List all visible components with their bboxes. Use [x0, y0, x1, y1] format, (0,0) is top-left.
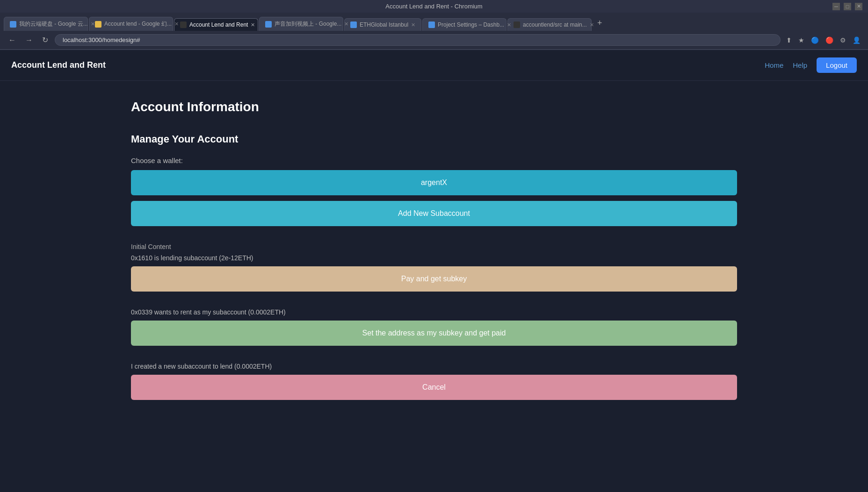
created-subaccount-text: I created a new subaccount to lend (0.00…: [131, 363, 737, 370]
tab-1-label: 我的云端硬盘 - Google 云...: [19, 20, 88, 28]
initial-content-section: Initial Content 0x1610 is lending subacc…: [131, 243, 737, 297]
tab-6-close[interactable]: ✕: [507, 22, 511, 28]
tab-6-label: Project Settings – Dashb...: [438, 21, 504, 28]
created-subaccount-section: I created a new subaccount to lend (0.00…: [131, 363, 737, 406]
toolbar-icons: ⬆ ★ 🔵 🔴 ⚙ 👤: [784, 35, 862, 46]
tab-6[interactable]: Project Settings – Dashb... ✕: [422, 18, 506, 31]
settings-icon[interactable]: ⚙: [838, 35, 848, 46]
initial-content-text: 0x1610 is lending subaccount (2e-12ETH): [131, 254, 737, 262]
initial-content-label: Initial Content: [131, 243, 737, 250]
tab-5-close[interactable]: ✕: [411, 22, 415, 28]
tab-1-favicon: [10, 21, 16, 28]
bookmark-star-icon[interactable]: ★: [796, 35, 806, 46]
tab-2-close[interactable]: ✕: [174, 21, 179, 27]
tab-4[interactable]: 声音加到视频上 - Google... ✕: [259, 17, 343, 31]
tab-1-close[interactable]: ✕: [91, 21, 95, 27]
app-brand: Account Lend and Rent: [11, 60, 106, 70]
nav-links: Home Help Logout: [765, 57, 857, 73]
pay-get-subkey-button[interactable]: Pay and get subkey: [131, 266, 737, 292]
tab-1[interactable]: 我的云端硬盘 - Google 云... ✕: [4, 17, 88, 31]
tab-3-close[interactable]: ✕: [251, 22, 255, 28]
tab-7-favicon: [514, 21, 520, 28]
url-input[interactable]: localhost:3000/homedesign#: [55, 34, 781, 46]
set-address-button[interactable]: Set the address as my subkey and get pai…: [131, 321, 737, 346]
section-title: Manage Your Account: [131, 133, 737, 145]
tab-3-label: Account Lend and Rent: [189, 21, 248, 28]
help-link[interactable]: Help: [793, 61, 807, 69]
url-text: localhost:3000/homedesign#: [63, 36, 140, 43]
rent-request-text: 0x0339 wants to rent as my subaccount (0…: [131, 308, 737, 316]
back-button[interactable]: ←: [6, 34, 19, 46]
forward-button[interactable]: →: [22, 34, 36, 46]
tab-bar: 我的云端硬盘 - Google 云... ✕ Account lend - Go…: [0, 13, 868, 31]
page-title: Account Information: [131, 100, 737, 114]
add-subaccount-button[interactable]: Add New Subaccount: [131, 201, 737, 226]
tab-7-close[interactable]: ✕: [590, 22, 594, 28]
tab-3-favicon: [180, 21, 187, 28]
tab-6-favicon: [428, 21, 435, 28]
tab-2-favicon: [95, 21, 101, 28]
window-title: Account Lend and Rent - Chromium: [385, 3, 482, 10]
title-bar: Account Lend and Rent - Chromium ─ □ ✕: [0, 0, 868, 13]
tab-4-favicon: [265, 21, 272, 28]
wallet-section: Choose a wallet: argentX Add New Subacco…: [131, 157, 737, 232]
extension-icon-1[interactable]: 🔵: [809, 35, 821, 46]
logout-button[interactable]: Logout: [817, 57, 857, 73]
argentx-button[interactable]: argentX: [131, 170, 737, 195]
tab-2-label: Account lend - Google 幻...: [104, 20, 172, 28]
tab-5[interactable]: ETHGlobal Istanbul ✕: [344, 18, 421, 31]
maximize-button[interactable]: □: [844, 3, 851, 10]
tab-5-label: ETHGlobal Istanbul: [360, 21, 408, 28]
new-tab-button[interactable]: +: [593, 15, 607, 31]
tab-4-label: 声音加到视频上 - Google...: [275, 20, 341, 28]
cancel-button[interactable]: Cancel: [131, 375, 737, 400]
tab-7[interactable]: accountlend/src at main... ✕: [507, 18, 592, 31]
wallet-label: Choose a wallet:: [131, 157, 737, 164]
close-button[interactable]: ✕: [855, 3, 862, 10]
browser-chrome: Account Lend and Rent - Chromium ─ □ ✕ 我…: [0, 0, 868, 50]
profile-icon[interactable]: 👤: [851, 35, 862, 46]
tab-4-close[interactable]: ✕: [344, 21, 348, 27]
rent-request-section: 0x0339 wants to rent as my subaccount (0…: [131, 308, 737, 351]
extension-icon-2[interactable]: 🔴: [824, 35, 835, 46]
app-navbar: Account Lend and Rent Home Help Logout: [0, 50, 868, 81]
address-bar: ← → ↻ localhost:3000/homedesign# ⬆ ★ 🔵 🔴…: [0, 31, 868, 50]
minimize-button[interactable]: ─: [832, 3, 840, 10]
home-link[interactable]: Home: [765, 61, 783, 69]
share-icon[interactable]: ⬆: [784, 35, 794, 46]
tab-2[interactable]: Account lend - Google 幻... ✕: [89, 17, 173, 31]
tab-5-favicon: [350, 21, 357, 28]
main-content: Account Information Manage Your Account …: [0, 81, 868, 435]
window-controls: ─ □ ✕: [832, 3, 862, 10]
tab-7-label: accountlend/src at main...: [523, 21, 587, 28]
tab-3[interactable]: Account Lend and Rent ✕: [174, 18, 258, 31]
reload-button[interactable]: ↻: [39, 34, 51, 46]
